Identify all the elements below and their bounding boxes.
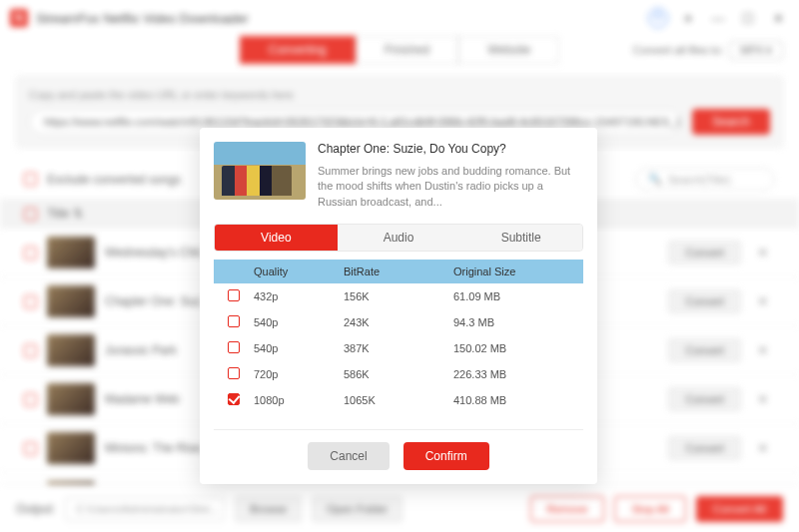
output-label: Output: — [16, 502, 55, 516]
quality-row[interactable]: 432p 156K 61.09 MB — [214, 283, 583, 309]
output-path[interactable]: C:\Users\Administrator\Stre... — [65, 497, 225, 521]
row-checkbox[interactable] — [24, 393, 37, 406]
size-value: 61.09 MB — [453, 290, 583, 302]
browse-button[interactable]: Browse — [235, 496, 302, 522]
tab-finished[interactable]: Finished — [356, 36, 458, 64]
column-title[interactable]: Title ⇅ — [47, 207, 83, 221]
quality-checkbox[interactable] — [228, 289, 240, 301]
convert-button[interactable]: Convert — [668, 241, 741, 265]
column-quality: Quality — [254, 266, 344, 277]
search-input[interactable]: 🔍 Search(Title) — [635, 168, 775, 191]
select-all-checkbox[interactable] — [24, 208, 37, 221]
quality-value: 720p — [254, 368, 344, 380]
segment-audio[interactable]: Audio — [338, 225, 460, 251]
maximize-icon[interactable]: ☐ — [737, 7, 759, 29]
row-checkbox[interactable] — [24, 344, 37, 357]
video-thumbnail — [47, 334, 95, 366]
convert-button[interactable]: Convert — [668, 289, 741, 313]
remove-row-icon[interactable]: ✕ — [751, 342, 775, 358]
tab-converting[interactable]: Converting — [240, 36, 356, 64]
search-button[interactable]: Search — [692, 109, 770, 135]
convert-all-button[interactable]: Convert All — [696, 496, 783, 522]
quality-checkbox[interactable] — [228, 367, 240, 379]
bitrate-value: 387K — [344, 342, 453, 354]
quality-value: 432p — [254, 290, 344, 302]
exclude-label: Exclude converted songs — [47, 173, 181, 187]
close-icon[interactable]: ✕ — [767, 7, 789, 29]
episode-description: Summer brings new jobs and budding roman… — [318, 164, 583, 210]
quality-checkbox[interactable] — [228, 341, 240, 353]
bitrate-value: 156K — [344, 290, 453, 302]
url-hint: Copy and paste the video URL or enter ke… — [29, 89, 770, 101]
size-value: 150.02 MB — [453, 342, 583, 354]
quality-value: 540p — [254, 316, 344, 328]
row-checkbox[interactable] — [24, 295, 37, 308]
size-value: 94.3 MB — [453, 316, 583, 328]
bitrate-value: 243K — [344, 316, 453, 328]
quality-value: 540p — [254, 342, 344, 354]
menu-icon[interactable]: ≡ — [677, 7, 699, 29]
quality-modal: Chapter One: Suzie, Do You Copy? Summer … — [200, 128, 597, 484]
video-thumbnail — [47, 432, 95, 464]
cancel-button[interactable]: Cancel — [308, 442, 389, 470]
search-icon: 🔍 — [648, 173, 662, 186]
remove-row-icon[interactable]: ✕ — [751, 245, 775, 261]
episode-thumbnail — [214, 142, 306, 200]
confirm-button[interactable]: Confirm — [403, 442, 489, 470]
bitrate-value: 1065K — [344, 394, 453, 406]
remove-row-icon[interactable]: ✕ — [751, 440, 775, 456]
video-thumbnail — [47, 237, 95, 268]
quality-checkbox[interactable] — [228, 393, 240, 405]
size-value: 410.88 MB — [453, 394, 583, 406]
episode-title: Chapter One: Suzie, Do You Copy? — [318, 142, 583, 156]
open-folder-button[interactable]: Open Folder — [312, 496, 402, 522]
minimize-icon[interactable]: — — [707, 7, 729, 29]
user-icon[interactable] — [647, 7, 669, 29]
exclude-checkbox[interactable] — [24, 173, 37, 186]
video-thumbnail — [47, 285, 95, 317]
segment-subtitle[interactable]: Subtitle — [459, 225, 582, 251]
remove-button[interactable]: Remove — [530, 496, 605, 522]
convert-button[interactable]: Convert — [668, 436, 741, 460]
stop-all-button[interactable]: Stop All — [614, 496, 685, 522]
app-logo: N — [10, 9, 28, 27]
bitrate-value: 586K — [344, 368, 453, 380]
column-size: Original Size — [453, 266, 583, 277]
quality-row[interactable]: 540p 387K 150.02 MB — [214, 335, 583, 361]
convert-button[interactable]: Convert — [668, 387, 741, 411]
row-checkbox[interactable] — [24, 247, 37, 260]
quality-value: 1080p — [254, 394, 344, 406]
quality-row[interactable]: 720p 586K 226.33 MB — [214, 361, 583, 387]
remove-row-icon[interactable]: ✕ — [751, 391, 775, 407]
remove-row-icon[interactable]: ✕ — [751, 293, 775, 309]
segment-video[interactable]: Video — [215, 225, 338, 251]
size-value: 226.33 MB — [453, 368, 583, 380]
row-checkbox[interactable] — [24, 442, 37, 455]
convert-button[interactable]: Convert — [668, 338, 741, 362]
quality-row[interactable]: 1080p 1065K 410.88 MB — [214, 387, 583, 413]
tab-website[interactable]: Website — [458, 36, 559, 64]
quality-row[interactable]: 540p 243K 94.3 MB — [214, 309, 583, 335]
convert-all-label: Convert all files to: — [633, 44, 723, 56]
video-thumbnail — [47, 383, 95, 415]
quality-checkbox[interactable] — [228, 315, 240, 327]
app-title: StreamFox Netflix Video Downloader — [36, 11, 249, 26]
format-select[interactable]: MP4 ▾ — [729, 41, 783, 60]
column-bitrate: BitRate — [344, 266, 453, 277]
